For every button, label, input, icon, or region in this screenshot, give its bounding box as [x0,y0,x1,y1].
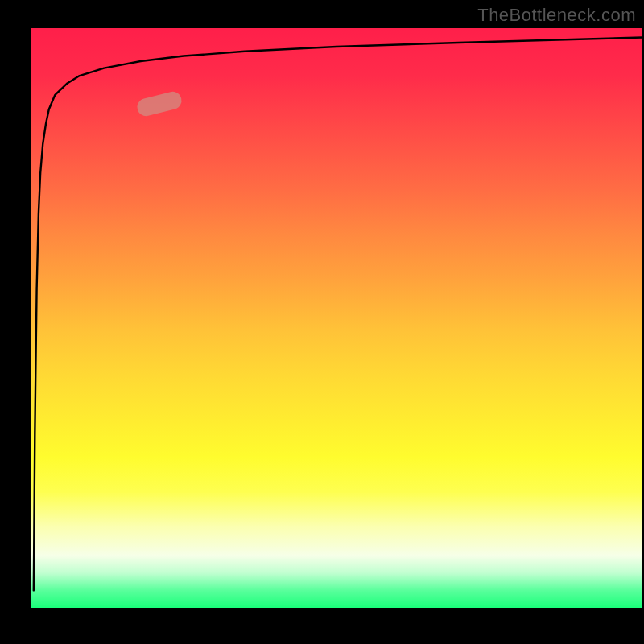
chart-plot-area [31,28,642,608]
highlight-marker [135,89,184,118]
bottleneck-curve [34,38,642,591]
bottleneck-curve-svg [31,28,642,608]
watermark-text: TheBottleneck.com [477,5,636,26]
